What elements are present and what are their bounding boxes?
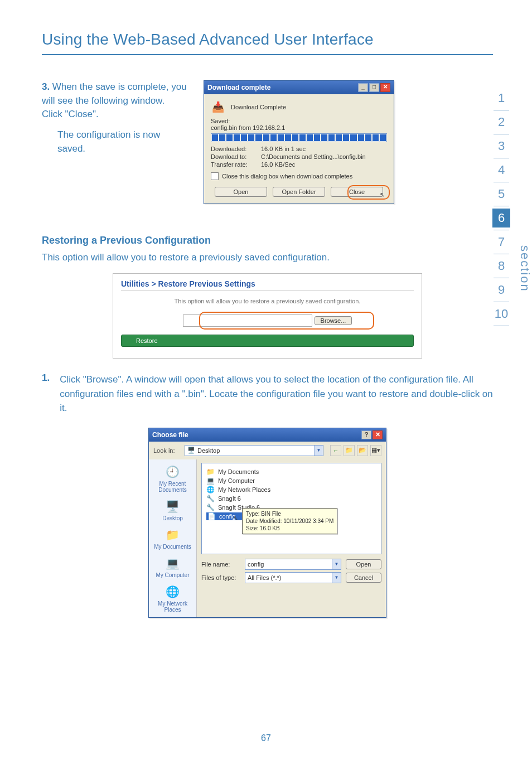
recent-icon: 🕘 [164, 464, 182, 480]
place-mynetwork[interactable]: 🌐 My Network Places [149, 584, 196, 613]
tooltip-type: Type: BIN File [246, 510, 333, 517]
folder-icon: 📁 [206, 468, 215, 476]
views-icon[interactable]: ▦▾ [370, 445, 381, 456]
transfer-val: 16.0 KB/Sec [261, 161, 295, 168]
file-area[interactable]: 📁My Documents 💻My Computer 🌐My Network P… [201, 463, 381, 554]
mydocs-icon: 📁 [164, 527, 182, 543]
open-button[interactable]: Open [346, 559, 381, 569]
chevron-down-icon[interactable]: ▼ [332, 559, 341, 569]
downloadto-key: Download to: [211, 153, 261, 160]
lookin-label: Look in: [153, 447, 181, 454]
section-label: section [518, 245, 532, 292]
restore-heading: Restoring a Previous Configuration [42, 235, 493, 246]
tooltip-date: Date Modified: 10/11/2002 3:34 PM [246, 517, 333, 525]
choose-file-title: Choose file [152, 431, 188, 439]
step3-text-1: When the save is complete, you will see … [42, 81, 187, 119]
cursor-icon: ↖ [380, 191, 385, 199]
choose-file-dialog: Choose file ? ✕ Look in: 🖥️ Desktop ▼ ← … [148, 428, 386, 618]
up-icon[interactable]: 📁 [344, 445, 355, 456]
nav-7[interactable]: 7 [490, 230, 512, 254]
place-recent-label: My Recent Documents [149, 481, 196, 493]
downloaded-val: 16.0 KB in 1 sec [261, 146, 306, 152]
nav-6-active[interactable]: 6 [492, 209, 510, 227]
step3-number: 3. [42, 81, 50, 92]
cursor-icon: ↖ [233, 515, 238, 522]
restore-box: Utilities > Restore Previous Settings Th… [113, 273, 422, 359]
close-icon[interactable]: ✕ [373, 430, 383, 439]
app-icon: 🔧 [206, 495, 215, 502]
page-number: 67 [0, 733, 532, 743]
restore-file-input[interactable] [183, 314, 312, 327]
nav-5[interactable]: 5 [490, 182, 512, 206]
place-desktop[interactable]: 🖥️ Desktop [162, 498, 183, 521]
nav-10[interactable]: 10 [490, 302, 512, 326]
list-item[interactable]: 💻My Computer [206, 477, 376, 485]
filename-value: config [248, 561, 264, 568]
back-icon[interactable]: ← [330, 445, 341, 456]
chevron-down-icon[interactable]: ▼ [332, 573, 341, 583]
place-mycomputer[interactable]: 💻 My Computer [156, 555, 189, 578]
filename-label: File name: [201, 561, 240, 568]
restore-button[interactable]: Restore [121, 335, 414, 347]
place-desktop-label: Desktop [162, 515, 183, 521]
place-mydocs-label: My Documents [154, 544, 191, 550]
download-subtitle: Download Complete [231, 104, 286, 110]
list-item[interactable]: 🔧SnagIt 6 [206, 495, 376, 502]
list-item[interactable]: 📁My Documents [206, 468, 376, 476]
close-checkbox-label: Close this dialog box when download comp… [222, 173, 352, 180]
place-mydocs[interactable]: 📁 My Documents [154, 527, 191, 550]
list-item-label: My Network Places [218, 486, 270, 493]
chevron-down-icon[interactable]: ▼ [314, 446, 323, 456]
close-checkbox[interactable] [211, 172, 219, 180]
file-tooltip: Type: BIN File Date Modified: 10/11/2002… [242, 508, 337, 534]
open-button[interactable]: Open [215, 187, 267, 197]
minimize-icon[interactable]: _ [358, 83, 368, 92]
list-item-label: SnagIt 6 [218, 495, 241, 502]
list-item[interactable]: 🌐My Network Places [206, 486, 376, 493]
browse-button[interactable]: Browse... [315, 316, 352, 325]
place-mynetwork-label: My Network Places [149, 601, 196, 613]
lookin-dropdown[interactable]: 🖥️ Desktop ▼ [185, 445, 323, 456]
list-item-label: My Documents [218, 468, 259, 475]
help-icon[interactable]: ? [361, 430, 371, 439]
dialog-title: Download complete [207, 84, 270, 91]
filetype-select[interactable]: All Files (*.*) ▼ [245, 572, 341, 583]
download-complete-dialog: Download complete _ □ ✕ 📥 Download Compl… [204, 80, 394, 204]
nav-1[interactable]: 1 [490, 86, 512, 110]
section-nav: 1 2 3 4 5 6 7 8 9 10 [490, 86, 512, 326]
desktop-icon: 🖥️ [187, 447, 195, 454]
transfer-key: Transfer rate: [211, 161, 261, 168]
nav-3[interactable]: 3 [490, 134, 512, 158]
computer-icon: 💻 [206, 477, 215, 485]
nav-9[interactable]: 9 [490, 278, 512, 302]
step1-text: Click "Browse". A window will open that … [60, 372, 493, 415]
tooltip-size: Size: 16.0 KB [246, 525, 333, 532]
close-button[interactable]: Close [331, 187, 383, 197]
saved-label: Saved: [211, 118, 387, 124]
downloaded-key: Downloaded: [211, 146, 261, 152]
open-folder-button[interactable]: Open Folder [273, 187, 325, 197]
saved-value: config.bin from 192.168.2.1 [211, 124, 387, 131]
list-item-label: My Computer [218, 477, 255, 484]
step1-number: 1. [42, 372, 50, 415]
nav-4[interactable]: 4 [490, 158, 512, 182]
app-icon: 🔧 [206, 504, 215, 511]
place-recent[interactable]: 🕘 My Recent Documents [149, 464, 196, 493]
title-underline [42, 54, 493, 55]
downloadto-val: C:\Documents and Setting...\config.bin [261, 153, 366, 160]
cancel-button[interactable]: Cancel [346, 573, 381, 583]
nav-2[interactable]: 2 [490, 110, 512, 134]
restore-box-title: Utilities > Restore Previous Settings [121, 279, 414, 288]
lookin-value: Desktop [197, 447, 220, 454]
filetype-value: All Files (*.*) [248, 574, 282, 581]
filename-input[interactable]: config ▼ [245, 559, 341, 570]
page-title: Using the Web-Based Advanced User Interf… [42, 31, 493, 49]
new-folder-icon[interactable]: 📂 [357, 445, 368, 456]
nav-8[interactable]: 8 [490, 254, 512, 278]
restore-box-desc: This option will allow you to restore a … [121, 298, 414, 304]
progress-bar [211, 133, 387, 142]
maximize-icon[interactable]: □ [369, 83, 379, 92]
mynetwork-icon: 🌐 [164, 584, 182, 599]
mycomputer-icon: 💻 [163, 555, 181, 571]
close-icon[interactable]: ✕ [380, 83, 390, 92]
